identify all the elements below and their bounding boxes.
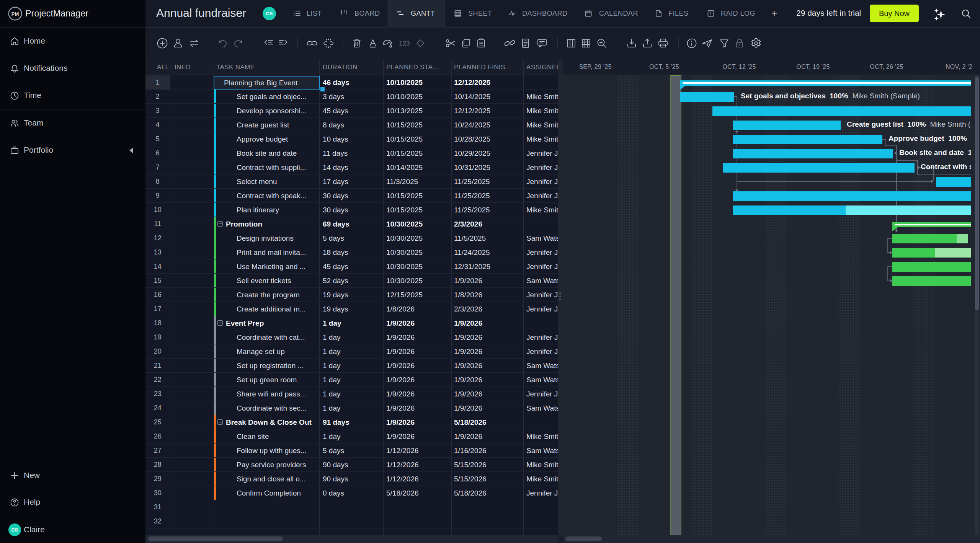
svg-text:123: 123 bbox=[399, 40, 410, 47]
svg-text:PM: PM bbox=[11, 11, 19, 17]
